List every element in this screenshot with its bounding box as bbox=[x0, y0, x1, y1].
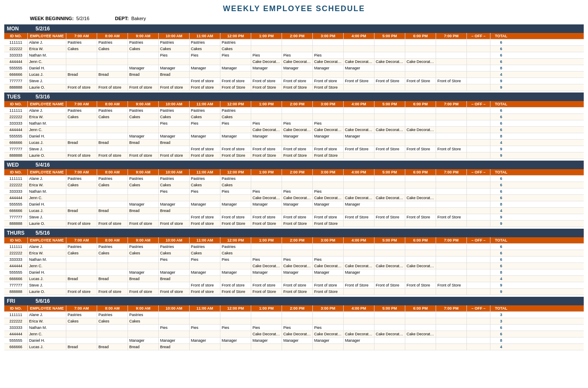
col-header-wed: ID NO.EMPLOYEE NAME7:00 AM8:00 AM9:00 AM… bbox=[4, 169, 584, 176]
table-row: 333333Nathan M.PiesPiesPiesPiesPiesPies6 bbox=[4, 120, 584, 127]
table-row: 333333Nathan M.PiesPiesPiesPiesPiesPies6 bbox=[4, 188, 584, 195]
table-row: 666666Lucas J.BreadBreadBreadBread4 bbox=[4, 72, 584, 78]
table-row: 111111Alane J.PastriesPastriesPastriesPa… bbox=[4, 244, 584, 250]
table-row: 111111Alane J.PastriesPastriesPastriesPa… bbox=[4, 39, 584, 46]
table-row: 777777Steve J.Front of storeFront of sto… bbox=[4, 214, 584, 221]
table-row: 888888Laurie O.Front of storeFront of st… bbox=[4, 221, 584, 227]
table-row: 555555Daniel H.ManagerManagerManagerMana… bbox=[4, 133, 584, 140]
table-row: 222222Erica W.CakesCakesCakesCakesCakesC… bbox=[4, 114, 584, 120]
table-row: 111111Alane J.PastriesPastriesPastriesPa… bbox=[4, 107, 584, 114]
table-row: 444444Jenn C.Cake DecoratingCake Decorat… bbox=[4, 263, 584, 269]
day-header-tues: TUES5/3/16 bbox=[4, 93, 584, 101]
day-header-mon: MON5/2/16 bbox=[4, 24, 584, 33]
dept: DEPT: Bakery bbox=[115, 16, 146, 21]
table-row: 555555Daniel H.ManagerManagerManagerMana… bbox=[4, 269, 584, 276]
meta-row: WEEK BEGINNING: 5/2/16 DEPT: Bakery bbox=[4, 16, 584, 21]
table-row: 222222Erica W.CakesCakesCakesCakesCakesC… bbox=[4, 46, 584, 52]
day-section-mon: MON5/2/16ID NO.EMPLOYEE NAME7:00 AM8:00 … bbox=[4, 24, 584, 91]
col-header-mon: ID NO.EMPLOYEE NAME7:00 AM8:00 AM9:00 AM… bbox=[4, 33, 584, 39]
table-row: 444444Jenn C.Cake DecoratingCake Decorat… bbox=[4, 195, 584, 201]
table-row: 444444Jenn C.Cake DecoratingCake Decorat… bbox=[4, 59, 584, 65]
day-section-fri: FRI5/6/16ID NO.EMPLOYEE NAME7:00 AM8:00 … bbox=[4, 297, 584, 350]
table-row: 333333Nathan M.PiesPiesPiesPiesPiesPies6 bbox=[4, 52, 584, 59]
table-row: 888888Laurie O.Front of storeFront of st… bbox=[4, 289, 584, 295]
table-row: 666666Lucas J.BreadBreadBreadBread4 bbox=[4, 208, 584, 214]
col-header-fri: ID NO.EMPLOYEE NAME7:00 AM8:00 AM9:00 AM… bbox=[4, 305, 584, 312]
table-row: 333333Nathan M.PiesPiesPiesPiesPiesPies6 bbox=[4, 325, 584, 331]
table-row: 777777Steve J.Front of storeFront of sto… bbox=[4, 146, 584, 152]
table-row: 888888Laurie O.Front of storeFront of st… bbox=[4, 84, 584, 91]
table-row: 444444Jenn C.Cake DecoratingCake Decorat… bbox=[4, 127, 584, 133]
table-row: 777777Steve J.Front of storeFront of sto… bbox=[4, 78, 584, 84]
table-row: 777777Steve J.Front of storeFront of sto… bbox=[4, 282, 584, 289]
table-row: 444444Jenn C.Cake DecoratingCake Decorat… bbox=[4, 331, 584, 337]
day-section-wed: WED5/4/16ID NO.EMPLOYEE NAME7:00 AM8:00 … bbox=[4, 161, 584, 227]
schedule-container: MON5/2/16ID NO.EMPLOYEE NAME7:00 AM8:00 … bbox=[4, 24, 584, 350]
table-row: 222222Erica W.CakesCakesCakesCakesCakesC… bbox=[4, 182, 584, 188]
week-beginning: WEEK BEGINNING: 5/2/16 bbox=[30, 16, 89, 21]
table-row: 222222Erica W.CakesCakesCakes3 bbox=[4, 318, 584, 325]
table-row: 111111Alane J.PastriesPastriesPastriesPa… bbox=[4, 176, 584, 182]
day-header-wed: WED5/4/16 bbox=[4, 161, 584, 169]
table-row: 333333Nathan M.PiesPiesPiesPiesPiesPies6 bbox=[4, 257, 584, 263]
table-row: 666666Lucas J.BreadBreadBreadBread4 bbox=[4, 276, 584, 282]
col-header-thurs: ID NO.EMPLOYEE NAME7:00 AM8:00 AM9:00 AM… bbox=[4, 237, 584, 244]
day-section-tues: TUES5/3/16ID NO.EMPLOYEE NAME7:00 AM8:00… bbox=[4, 93, 584, 159]
table-row: 666666Lucas J.BreadBreadBreadBread4 bbox=[4, 140, 584, 146]
table-row: 555555Daniel H.ManagerManagerManagerMana… bbox=[4, 201, 584, 208]
table-row: 555555Daniel H.ManagerManagerManagerMana… bbox=[4, 337, 584, 344]
table-row: 555555Daniel H.ManagerManagerManagerMana… bbox=[4, 65, 584, 72]
day-header-thurs: THURS5/5/16 bbox=[4, 229, 584, 237]
page: WEEKLY EMPLOYEE SCHEDULE WEEK BEGINNING:… bbox=[0, 0, 588, 356]
col-header-tues: ID NO.EMPLOYEE NAME7:00 AM8:00 AM9:00 AM… bbox=[4, 101, 584, 107]
day-header-fri: FRI5/6/16 bbox=[4, 297, 584, 305]
table-row: 666666Lucas J.BreadBreadBreadBread4 bbox=[4, 344, 584, 350]
day-section-thurs: THURS5/5/16ID NO.EMPLOYEE NAME7:00 AM8:0… bbox=[4, 229, 584, 295]
table-row: 111111Alane J.PastriesPastriesPastries3 bbox=[4, 312, 584, 318]
page-title: WEEKLY EMPLOYEE SCHEDULE bbox=[4, 4, 584, 13]
table-row: 222222Erica W.CakesCakesCakesCakesCakesC… bbox=[4, 250, 584, 257]
table-row: 888888Laurie O.Front of storeFront of st… bbox=[4, 152, 584, 159]
